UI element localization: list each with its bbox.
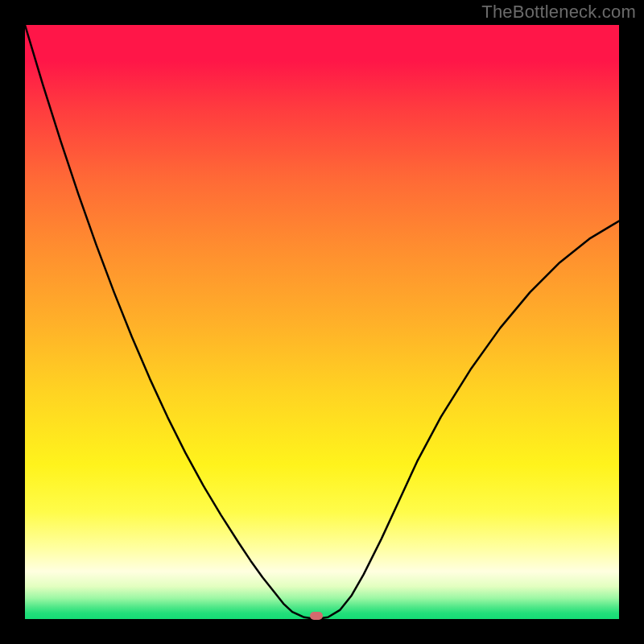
min-marker: [310, 612, 323, 620]
plot-area: [25, 25, 619, 619]
chart-frame: TheBottleneck.com: [0, 0, 644, 644]
watermark-text: TheBottleneck.com: [481, 2, 636, 23]
bottleneck-curve: [25, 25, 619, 619]
